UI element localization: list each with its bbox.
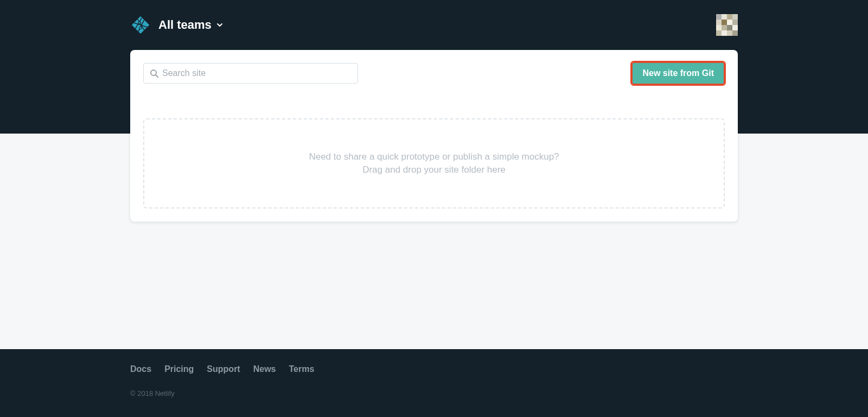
- footer-links: Docs Pricing Support News Terms: [130, 364, 738, 374]
- brand: All teams: [130, 15, 224, 35]
- footer-link-docs[interactable]: Docs: [130, 364, 151, 374]
- search-wrap: [143, 63, 358, 84]
- footer-link-terms[interactable]: Terms: [289, 364, 314, 374]
- svg-line-8: [156, 75, 158, 77]
- dropzone[interactable]: Need to share a quick prototype or publi…: [143, 118, 725, 208]
- topbar: All teams: [130, 0, 738, 50]
- team-switcher-label: All teams: [158, 18, 212, 32]
- search-input[interactable]: [143, 63, 358, 84]
- netlify-logo-icon[interactable]: [130, 15, 151, 35]
- copyright: © 2018 Netlify: [130, 389, 738, 397]
- card-toolbar: New site from Git: [143, 62, 725, 85]
- dropzone-line2: Drag and drop your site folder here: [362, 163, 506, 176]
- footer-link-support[interactable]: Support: [207, 364, 240, 374]
- main-content: New site from Git Need to share a quick …: [130, 50, 738, 327]
- footer-link-pricing[interactable]: Pricing: [164, 364, 194, 374]
- search-icon: [150, 69, 158, 78]
- sites-card: New site from Git Need to share a quick …: [130, 50, 738, 222]
- user-avatar[interactable]: [716, 14, 738, 36]
- new-site-from-git-button[interactable]: New site from Git: [631, 62, 725, 85]
- footer-link-news[interactable]: News: [253, 364, 276, 374]
- team-switcher[interactable]: All teams: [158, 18, 224, 32]
- chevron-down-icon: [216, 21, 224, 29]
- dropzone-line1: Need to share a quick prototype or publi…: [309, 150, 559, 163]
- footer: Docs Pricing Support News Terms © 2018 N…: [0, 349, 868, 417]
